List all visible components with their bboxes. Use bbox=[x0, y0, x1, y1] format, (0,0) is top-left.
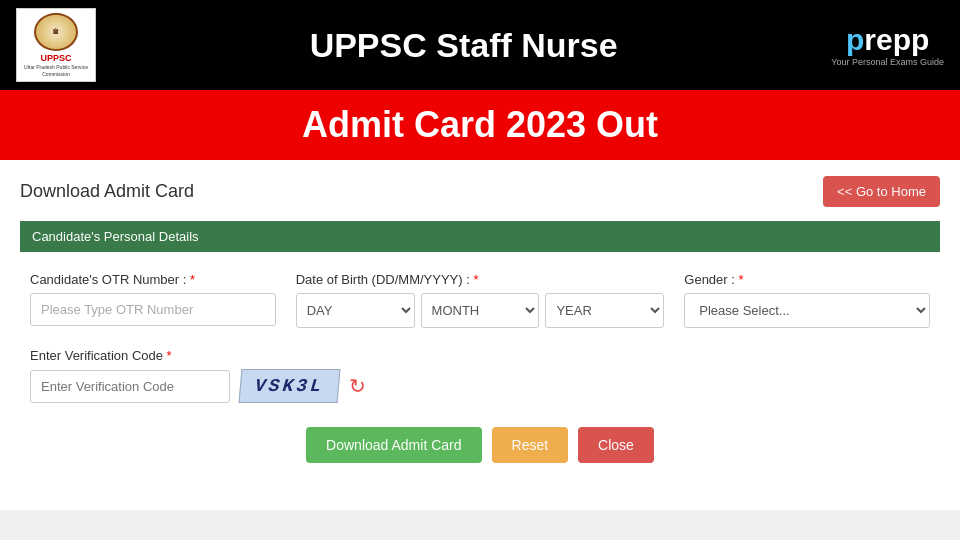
dob-selects: DAY MONTH YEAR bbox=[296, 293, 665, 328]
verification-input[interactable] bbox=[30, 370, 230, 403]
dob-year-select[interactable]: YEAR bbox=[545, 293, 664, 328]
prepp-brand-name: prepp bbox=[846, 23, 929, 57]
gender-select[interactable]: Please Select... Male Female Other bbox=[684, 293, 930, 328]
download-admit-card-button[interactable]: Download Admit Card bbox=[306, 427, 481, 463]
banner-text: Admit Card 2023 Out bbox=[302, 104, 658, 145]
prepp-rest: repp bbox=[864, 23, 929, 56]
site-header: 🏛 UPPSC Uttar Pradesh Public Service Com… bbox=[0, 0, 960, 90]
otr-required: * bbox=[190, 272, 195, 287]
prepp-logo: prepp Your Personal Exams Guide bbox=[831, 23, 944, 67]
close-button[interactable]: Close bbox=[578, 427, 654, 463]
logo-text: UPPSC Uttar Pradesh Public Service Commi… bbox=[21, 53, 91, 77]
site-title: UPPSC Staff Nurse bbox=[96, 26, 831, 65]
captcha-refresh-icon[interactable]: ↻ bbox=[349, 374, 366, 398]
page-title-row: Download Admit Card << Go to Home bbox=[20, 176, 940, 207]
dob-group: Date of Birth (DD/MM/YYYY) : * DAY MONTH… bbox=[296, 272, 665, 328]
dob-day-select[interactable]: DAY bbox=[296, 293, 415, 328]
verification-row: Enter Verification Code * VSK3L ↻ bbox=[20, 348, 940, 403]
action-buttons: Download Admit Card Reset Close bbox=[20, 427, 940, 463]
uppsc-logo: 🏛 UPPSC Uttar Pradesh Public Service Com… bbox=[16, 8, 96, 82]
verification-required: * bbox=[167, 348, 172, 363]
otr-label: Candidate's OTR Number : * bbox=[30, 272, 276, 287]
logo-emblem: 🏛 bbox=[34, 13, 78, 51]
otr-input[interactable] bbox=[30, 293, 276, 326]
verification-input-row: VSK3L ↻ bbox=[30, 369, 930, 403]
admit-card-banner: Admit Card 2023 Out bbox=[0, 90, 960, 160]
dob-label: Date of Birth (DD/MM/YYYY) : * bbox=[296, 272, 665, 287]
otr-group: Candidate's OTR Number : * bbox=[30, 272, 276, 328]
gender-group: Gender : * Please Select... Male Female … bbox=[684, 272, 930, 328]
go-home-button[interactable]: << Go to Home bbox=[823, 176, 940, 207]
gender-label: Gender : * bbox=[684, 272, 930, 287]
section-header: Candidate's Personal Details bbox=[20, 221, 940, 252]
page-title: Download Admit Card bbox=[20, 181, 194, 202]
captcha-image: VSK3L bbox=[239, 369, 341, 403]
section-header-text: Candidate's Personal Details bbox=[32, 229, 199, 244]
prepp-p: p bbox=[846, 23, 864, 56]
gender-required: * bbox=[739, 272, 744, 287]
dob-month-select[interactable]: MONTH bbox=[421, 293, 540, 328]
form-row-1: Candidate's OTR Number : * Date of Birth… bbox=[20, 272, 940, 328]
prepp-tagline: Your Personal Exams Guide bbox=[831, 57, 944, 67]
dob-required: * bbox=[473, 272, 478, 287]
main-content: Download Admit Card << Go to Home Candid… bbox=[0, 160, 960, 510]
verification-label: Enter Verification Code * bbox=[30, 348, 930, 363]
reset-button[interactable]: Reset bbox=[492, 427, 569, 463]
